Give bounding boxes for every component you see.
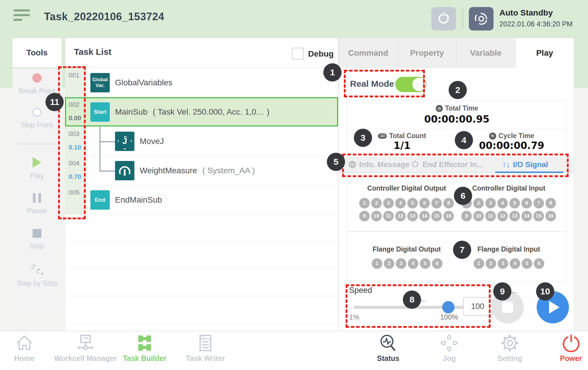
io-lamp: 2 (384, 258, 394, 269)
stop-icon (33, 229, 41, 238)
nav-setting[interactable]: Setting (498, 334, 523, 363)
task-row-globalvariables[interactable]: 001 GlobalVar. GlobalVariables (65, 68, 338, 97)
hamburger-menu-icon[interactable] (13, 9, 30, 23)
line-number: 002 (69, 101, 80, 108)
hamburger-bar (13, 14, 30, 16)
step-by-step-label: Step by Step (17, 279, 57, 287)
io-lamp: 6 (521, 198, 532, 208)
power-icon (562, 334, 580, 352)
io-signal-box: Controller Digital Output Controller Dig… (347, 178, 567, 281)
debug-checkbox[interactable] (292, 48, 304, 60)
robot-state-button[interactable] (469, 7, 494, 30)
step-by-step-button[interactable]: Step by Step (12, 258, 62, 293)
right-panel: Command Property Variable Play Real Mode… (339, 38, 574, 331)
controller-digital-input-label: Controller Digital Input (472, 184, 545, 192)
io-lamp: 1 (372, 258, 382, 269)
io-lamp: 13 (509, 211, 520, 221)
start-icon: Start (90, 102, 110, 122)
io-arrows-icon: ↑↓ (502, 160, 510, 169)
line-number-cell: 004 0.70 (65, 156, 87, 185)
speed-value-input[interactable]: 100 (463, 297, 492, 316)
flange-digital-output-label: Flange Digital Output (373, 245, 441, 253)
speed-label: Speed (349, 286, 372, 295)
end-effector-button[interactable] (431, 7, 456, 30)
stop-square-icon (502, 302, 513, 313)
weightmeasure-icon (115, 161, 134, 180)
io-lamp: 15 (533, 211, 544, 221)
nav-task-writer[interactable]: Task Writer (186, 334, 225, 363)
break-point-icon (32, 73, 42, 83)
command-label: EndMainSub (115, 185, 162, 214)
robot-status-text: Auto Standby (499, 8, 573, 18)
speed-slider-knob[interactable] (442, 301, 454, 313)
tab-variable[interactable]: Variable (457, 38, 516, 68)
io-lamp: 6 (419, 198, 430, 208)
line-time: 0.00 (69, 114, 81, 122)
io-lamp: 4 (408, 258, 418, 269)
workcell-manager-icon (76, 334, 95, 352)
header-divider (462, 9, 463, 29)
tools-divider (12, 137, 62, 150)
task-row-weightmeasure[interactable]: 004 0.70 WeightMeasure ( System_AA ) (65, 156, 338, 185)
command-label: WeightMeasure ( System_AA ) (140, 156, 255, 185)
io-lamp: 6 (534, 258, 544, 269)
io-lamp: 3 (383, 198, 394, 208)
io-lamp: 7 (431, 198, 442, 208)
nav-task-builder[interactable]: Task Builder (123, 334, 166, 363)
total-time-icon: ◷ (436, 105, 443, 112)
line-time: 0.10 (69, 144, 81, 151)
break-point-button[interactable]: Break Point (12, 68, 62, 100)
total-count-label: Total Count (389, 132, 426, 140)
hamburger-bar (13, 19, 22, 21)
step-by-step-icon (31, 264, 43, 275)
subtab-io-signal[interactable]: ↑↓ I/O Signal (502, 157, 548, 172)
nav-power[interactable]: Power (560, 334, 582, 363)
pause-tool-button[interactable]: Pause (12, 187, 62, 221)
line-number: 004 (69, 159, 80, 167)
tab-property[interactable]: Property (398, 38, 457, 68)
total-count-icon: 123 (378, 133, 387, 139)
skip-point-label: Skip Point (21, 121, 53, 129)
total-count-value: 1/1 (347, 140, 457, 151)
play-tool-button[interactable]: Play (12, 151, 62, 186)
tab-play[interactable]: Play (516, 38, 574, 68)
nav-workcell-manager[interactable]: Workcell Manager (54, 334, 117, 363)
run-triangle-icon (549, 301, 560, 314)
toggle-knob (412, 78, 426, 91)
subtab-info-message[interactable]: ••• Info. Message (349, 157, 410, 172)
real-mode-label: Real Mode (350, 76, 394, 92)
io-lamp: 14 (419, 211, 430, 221)
cycle-time-value: 00:00:00.79 (457, 140, 567, 151)
task-list-title: Task List (74, 47, 111, 57)
run-play-button[interactable] (537, 291, 569, 323)
task-row-movej[interactable]: 003 0.10 Ĵ‹›⌄ MoveJ (65, 127, 338, 156)
stop-tool-button[interactable]: Stop (12, 222, 62, 257)
stop-play-button[interactable] (491, 291, 524, 323)
task-row-mainsub-selected[interactable]: 002 0.00 Start MainSub ( Task Vel. 250.0… (65, 97, 338, 127)
gripper-icon (436, 11, 451, 26)
right-panel-tabs: Command Property Variable Play (339, 38, 574, 68)
stats-box: ◷ Total Time 00:00:00.95 123 Total Count… (347, 101, 567, 154)
io-lamp: 16 (443, 211, 454, 221)
play-label: Play (30, 172, 44, 180)
controller-digital-output-label: Controller Digital Output (367, 184, 446, 192)
empty-row (65, 215, 338, 240)
task-title: Task_20220106_153724 (44, 11, 164, 23)
nav-jog[interactable]: Jog (440, 334, 459, 363)
io-lamp: 2 (486, 258, 496, 269)
nav-home[interactable]: Home (14, 334, 34, 363)
task-list-panel: Task List Debug 001 GlobalVar. GlobalVar… (65, 38, 338, 331)
global-var-icon: GlobalVar. (90, 73, 110, 92)
debug-label: Debug (308, 49, 334, 59)
skip-point-button[interactable]: Skip Point (12, 101, 62, 136)
flange-output-lamps: 123456 (372, 258, 442, 269)
info-message-icon: ••• (349, 161, 356, 168)
subtab-end-effector[interactable]: End Effector In... (411, 157, 483, 172)
task-row-endmainsub[interactable]: 005 End EndMainSub (65, 185, 338, 215)
io-lamp: 2 (473, 198, 484, 208)
tab-command[interactable]: Command (339, 38, 398, 68)
nav-status[interactable]: Status (377, 334, 399, 363)
io-lamp: 11 (383, 211, 394, 221)
real-mode-toggle[interactable] (395, 77, 426, 92)
io-section-divider (347, 231, 566, 232)
